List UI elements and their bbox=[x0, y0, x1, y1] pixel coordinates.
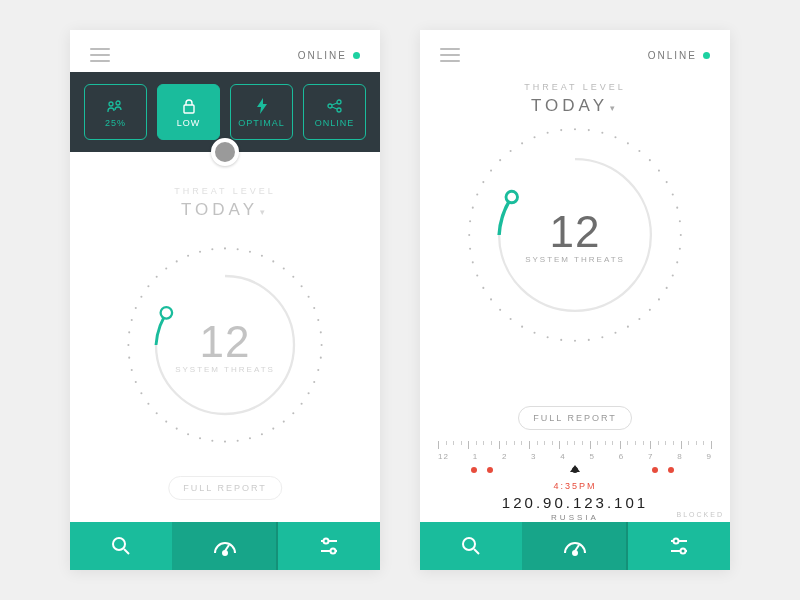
pill-power[interactable]: OPTIMAL bbox=[230, 84, 293, 140]
pill-network[interactable]: ONLINE bbox=[303, 84, 366, 140]
svg-point-79 bbox=[627, 326, 629, 328]
svg-point-88 bbox=[510, 318, 512, 320]
svg-point-82 bbox=[588, 339, 590, 341]
svg-rect-2 bbox=[184, 105, 194, 113]
share-icon bbox=[327, 97, 343, 115]
svg-point-95 bbox=[468, 234, 470, 236]
svg-point-9 bbox=[261, 255, 263, 257]
svg-point-10 bbox=[272, 260, 274, 262]
svg-point-29 bbox=[237, 440, 239, 442]
svg-point-85 bbox=[547, 336, 549, 338]
svg-point-15 bbox=[313, 307, 315, 309]
event-dot[interactable] bbox=[652, 467, 658, 473]
svg-point-22 bbox=[308, 392, 310, 394]
svg-point-96 bbox=[469, 220, 471, 222]
full-report-button[interactable]: FULL REPORT bbox=[168, 476, 282, 500]
svg-point-108 bbox=[463, 538, 475, 550]
svg-point-38 bbox=[140, 392, 142, 394]
svg-point-74 bbox=[672, 274, 674, 276]
svg-point-98 bbox=[476, 193, 478, 195]
svg-point-102 bbox=[510, 150, 512, 152]
svg-point-40 bbox=[131, 369, 133, 371]
svg-point-92 bbox=[476, 274, 478, 276]
svg-point-58 bbox=[331, 549, 336, 554]
event-dot[interactable] bbox=[487, 467, 493, 473]
svg-point-37 bbox=[147, 403, 149, 405]
nav-search[interactable] bbox=[70, 522, 174, 570]
pill-security[interactable]: LOW bbox=[157, 84, 220, 140]
period-selector[interactable]: TODAY▾ bbox=[420, 96, 730, 116]
svg-point-91 bbox=[482, 287, 484, 289]
svg-point-87 bbox=[521, 326, 523, 328]
svg-point-18 bbox=[321, 344, 323, 346]
status-indicator: ONLINE bbox=[298, 50, 360, 61]
svg-point-70 bbox=[679, 220, 681, 222]
svg-point-3 bbox=[328, 104, 332, 108]
svg-point-13 bbox=[301, 285, 303, 287]
menu-icon[interactable] bbox=[440, 48, 460, 62]
nav-dashboard[interactable] bbox=[524, 522, 628, 570]
svg-point-45 bbox=[135, 307, 137, 309]
svg-point-17 bbox=[320, 331, 322, 333]
screen-overview: ONLINE 25% LOW OPT bbox=[70, 30, 380, 570]
svg-point-19 bbox=[320, 357, 322, 359]
bottom-nav bbox=[70, 522, 380, 570]
svg-point-49 bbox=[165, 267, 167, 269]
pill-security-label: LOW bbox=[177, 118, 201, 128]
gauge: 12 SYSTEM THREATS bbox=[420, 120, 730, 414]
svg-point-63 bbox=[627, 142, 629, 144]
nav-settings[interactable] bbox=[278, 522, 380, 570]
pill-usage[interactable]: 25% bbox=[84, 84, 147, 140]
svg-point-56 bbox=[223, 551, 227, 555]
svg-point-33 bbox=[187, 433, 189, 435]
svg-point-86 bbox=[533, 332, 535, 334]
svg-point-24 bbox=[292, 412, 294, 414]
svg-point-41 bbox=[128, 357, 130, 359]
event-dot-selected[interactable] bbox=[572, 467, 578, 473]
svg-point-7 bbox=[237, 248, 239, 250]
svg-point-75 bbox=[666, 287, 668, 289]
gauge: 12 SYSTEM THREATS FULL REPORT bbox=[70, 230, 380, 522]
svg-point-72 bbox=[679, 248, 681, 250]
svg-point-71 bbox=[680, 234, 682, 236]
svg-point-46 bbox=[140, 296, 142, 298]
svg-point-43 bbox=[128, 331, 130, 333]
event-dot[interactable] bbox=[471, 467, 477, 473]
event-time: 4:35PM bbox=[420, 481, 730, 491]
svg-point-103 bbox=[521, 142, 523, 144]
svg-point-20 bbox=[317, 369, 319, 371]
status-label: ONLINE bbox=[298, 50, 347, 61]
event-dot[interactable] bbox=[668, 467, 674, 473]
full-report-button[interactable]: FULL REPORT bbox=[518, 406, 632, 430]
svg-point-31 bbox=[211, 440, 213, 442]
svg-point-50 bbox=[176, 260, 178, 262]
svg-point-6 bbox=[224, 247, 226, 249]
svg-point-12 bbox=[292, 276, 294, 278]
svg-point-54 bbox=[161, 307, 173, 319]
svg-point-77 bbox=[649, 309, 651, 311]
svg-point-34 bbox=[176, 428, 178, 430]
svg-point-106 bbox=[560, 129, 562, 131]
svg-point-16 bbox=[317, 319, 319, 321]
event-ip: 120.90.123.101 bbox=[420, 494, 730, 511]
nav-search[interactable] bbox=[420, 522, 524, 570]
svg-point-78 bbox=[638, 318, 640, 320]
svg-point-110 bbox=[674, 539, 679, 544]
pill-power-label: OPTIMAL bbox=[238, 118, 285, 128]
drag-handle[interactable] bbox=[211, 138, 239, 166]
lock-icon bbox=[182, 97, 196, 115]
svg-point-5 bbox=[337, 108, 341, 112]
svg-point-32 bbox=[199, 437, 201, 439]
event-status: BLOCKED bbox=[677, 511, 724, 518]
status-dot-icon bbox=[353, 52, 360, 59]
nav-dashboard[interactable] bbox=[174, 522, 278, 570]
svg-point-107 bbox=[506, 191, 518, 203]
period-selector[interactable]: TODAY▾ bbox=[70, 200, 380, 220]
svg-point-101 bbox=[499, 159, 501, 161]
menu-icon[interactable] bbox=[90, 48, 110, 62]
nav-settings[interactable] bbox=[628, 522, 730, 570]
timeline[interactable]: 12123456789 bbox=[420, 430, 730, 475]
svg-point-89 bbox=[499, 309, 501, 311]
svg-point-61 bbox=[601, 132, 603, 134]
svg-point-57 bbox=[324, 539, 329, 544]
